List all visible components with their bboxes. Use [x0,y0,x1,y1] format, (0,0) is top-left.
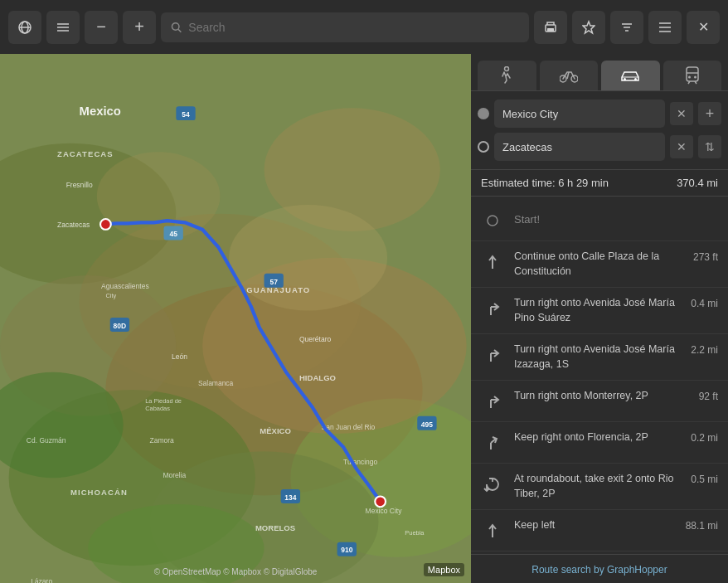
estimated-time: Estimated time: 6 h 29 min [481,177,609,189]
mapbox-attribution: Mapbox [424,563,464,576]
svg-point-82 [488,216,497,226]
filter-icon [620,21,633,34]
svg-point-80 [688,76,691,79]
svg-text:Zamora: Zamora [149,436,174,445]
tab-transit[interactable] [663,61,722,90]
direction-5-dist: 0.2 mi [691,432,718,444]
svg-text:Querétaro: Querétaro [299,335,331,343]
right-panel: ✕ + ✕ ⇅ Estimated time: 6 h 29 min 370.4… [471,54,728,583]
direction-6-dist: 0.5 mi [691,474,718,485]
footer-link: Route search by GraphHopper [471,554,728,583]
zoom-out-button[interactable]: − [85,11,118,44]
svg-rect-78 [687,67,698,81]
svg-text:Cabadas: Cabadas [145,405,170,412]
clear-to-button[interactable]: ✕ [670,135,693,158]
svg-rect-76 [634,78,637,80]
from-input[interactable] [494,100,665,128]
osm-attribution: © OpenStreetMap © Mapbox © DigitalGlobe [154,567,318,576]
swap-button[interactable]: ⇅ [698,135,721,158]
direction-6: At roundabout, take exit 2 onto Rio Tibe… [471,464,728,510]
zoom-in-button[interactable]: + [123,11,156,44]
distance: 370.4 mi [677,177,718,189]
direction-3-dist: 2.2 mi [691,344,718,356]
print-icon [543,20,558,35]
bookmark-button[interactable] [572,11,605,44]
to-row: ✕ ⇅ [478,133,721,161]
turn-right-icon-1 [481,297,504,320]
from-indicator [478,108,489,119]
tab-car[interactable] [601,61,660,90]
svg-text:57: 57 [269,278,278,286]
close-button[interactable]: ✕ [687,11,720,44]
filter-button[interactable] [610,11,643,44]
direction-2-dist: 0.4 mi [691,298,718,309]
to-input[interactable] [494,133,665,161]
clear-from-button[interactable]: ✕ [670,102,693,125]
direction-2: Turn right onto Avenida José María Pino … [471,288,728,334]
to-indicator [478,141,489,153]
svg-point-72 [505,67,509,71]
svg-text:45: 45 [169,230,177,238]
menu-button[interactable] [648,11,682,44]
svg-text:City: City [105,292,116,299]
tab-bike[interactable] [540,61,599,90]
direction-5: Keep right onto Florencia, 2P 0.2 mi [471,422,728,464]
search-input[interactable] [188,21,519,34]
svg-text:MICHOACÁN: MICHOACÁN [70,488,128,497]
direction-7-dist: 88.1 mi [686,520,718,532]
direction-2-text: Turn right onto Avenida José María Pino … [514,296,681,325]
svg-text:MORELOS: MORELOS [255,523,295,532]
svg-text:Puebla: Puebla [405,529,425,537]
direction-7-text: Keep left [514,518,676,533]
svg-marker-10 [583,22,595,33]
direction-3: Turn right onto Avenida José María Izaza… [471,334,728,381]
straight-icon [481,250,504,274]
map-canvas: Mexico ZACATECAS GUANAJUATO HIDALGO MÉXI… [0,54,471,583]
keep-right-icon [481,431,504,454]
tab-walk[interactable] [478,61,536,90]
svg-point-6 [172,22,179,30]
direction-1-dist: 273 ft [693,251,718,263]
graphhopper-link[interactable]: Route search by GraphHopper [531,564,667,576]
add-waypoint-button[interactable]: + [698,102,721,125]
svg-text:Fresnillo: Fresnillo [66,181,93,189]
svg-rect-75 [624,78,626,80]
direction-3-text: Turn right onto Avenida José María Izaza… [514,343,681,372]
start-icon [481,209,504,232]
svg-text:Tulancingo: Tulancingo [343,458,377,466]
svg-line-7 [178,29,181,32]
svg-point-81 [694,76,696,79]
svg-text:Zacatecas: Zacatecas [57,221,90,229]
svg-text:54: 54 [182,110,190,119]
svg-text:Lázaro: Lázaro [31,577,52,583]
turn-right-icon-3 [481,390,504,413]
print-button[interactable] [534,11,567,44]
svg-point-29 [229,205,387,310]
plus-icon: + [134,17,144,36]
close-icon: ✕ [698,19,709,35]
svg-text:MÉXICO: MÉXICO [260,426,291,435]
direction-1-text: Continue onto Calle Plaza de la Constitu… [514,250,683,279]
svg-text:Morelia: Morelia [163,471,186,479]
direction-1: Continue onto Calle Plaza de la Constitu… [471,241,728,288]
transport-tabs [471,54,728,91]
roundabout-icon [481,473,504,496]
start-label: Start! [514,212,718,227]
direction-4-dist: 92 ft [699,391,718,402]
stack-layers-button[interactable] [46,11,80,44]
estimate-bar: Estimated time: 6 h 29 min 370.4 mi [471,170,728,197]
direction-4: Turn right onto Monterrey, 2P 92 ft [471,381,728,422]
layers-button[interactable] [8,11,41,44]
svg-text:Mexico: Mexico [80,104,121,118]
direction-4-text: Turn right onto Monterrey, 2P [514,389,689,404]
star-icon [582,20,595,35]
map-area[interactable]: Mexico ZACATECAS GUANAJUATO HIDALGO MÉXI… [0,54,471,583]
search-bar [161,12,529,42]
svg-text:León: León [172,352,187,361]
svg-point-68 [375,496,386,507]
directions-list[interactable]: Start! Continue onto Calle Plaza de la C… [471,197,728,554]
svg-rect-9 [547,28,554,32]
svg-text:Cd. Guzmán: Cd. Guzmán [27,436,66,445]
svg-text:495: 495 [421,420,433,429]
svg-text:134: 134 [284,493,296,502]
